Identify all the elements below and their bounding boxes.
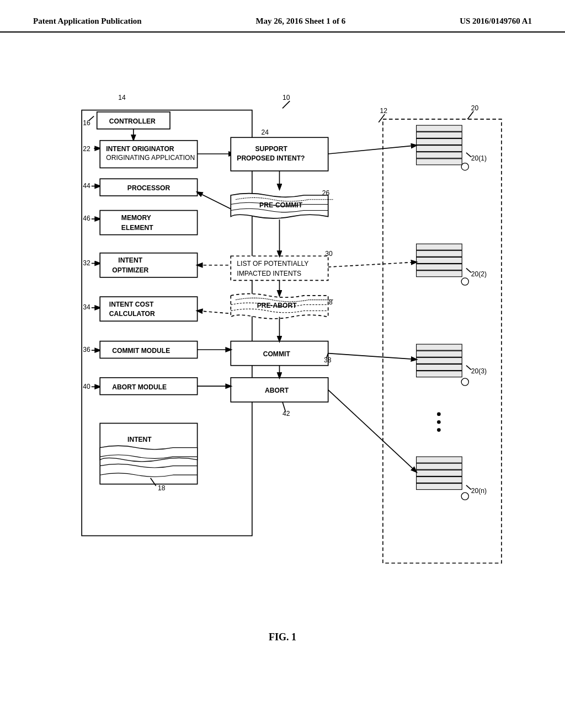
element-label: ELEMENT: [121, 224, 153, 232]
bottom-area: [0, 676, 565, 728]
svg-rect-54: [417, 271, 462, 277]
header-right: US 2016/0149760 A1: [460, 17, 532, 26]
abort-mod-label: ABORT MODULE: [112, 383, 167, 391]
svg-rect-50: [417, 244, 462, 250]
num-22: 22: [83, 145, 90, 153]
svg-rect-67: [417, 457, 462, 463]
svg-rect-44: [417, 138, 462, 144]
intent-opt-label: INTENT: [118, 256, 142, 264]
num-44: 44: [83, 182, 90, 190]
orig-app-label: ORIGINATING APPLICATION: [106, 154, 195, 162]
svg-point-72: [461, 493, 468, 500]
list-label: LIST OF POTENTIALLY: [237, 260, 308, 267]
svg-point-62: [461, 378, 468, 386]
commit-mod-label: COMMIT MODULE: [112, 347, 170, 355]
num-38: 38: [324, 356, 332, 364]
svg-rect-40: [383, 119, 502, 563]
svg-rect-42: [417, 125, 462, 131]
main-content: text { font-family: Arial, Helvetica, sa…: [0, 33, 565, 676]
svg-point-63: [437, 413, 441, 416]
num-24: 24: [261, 129, 269, 136]
precommit-label: PRE-COMMIT: [259, 201, 303, 209]
figure-container: text { font-family: Arial, Helvetica, sa…: [45, 77, 520, 643]
num-12: 12: [380, 107, 387, 115]
num-14: 14: [118, 94, 126, 101]
svg-line-0: [282, 101, 290, 108]
svg-rect-52: [417, 257, 462, 263]
num-20-3: 20(3): [471, 367, 487, 375]
svg-rect-59: [417, 357, 462, 363]
svg-rect-47: [417, 159, 462, 165]
svg-line-39: [467, 111, 473, 119]
svg-rect-68: [417, 463, 462, 469]
num-20-1: 20(1): [471, 154, 487, 162]
num-18: 18: [158, 484, 166, 492]
svg-point-65: [437, 428, 441, 432]
abort-label: ABORT: [265, 387, 289, 394]
processor-label: PROCESSOR: [127, 184, 170, 192]
svg-point-64: [437, 420, 441, 424]
svg-point-48: [461, 163, 468, 170]
svg-rect-51: [417, 250, 462, 256]
svg-rect-60: [417, 365, 462, 371]
svg-rect-43: [417, 132, 462, 138]
num-42: 42: [282, 410, 290, 417]
intent-orig-label: INTENT ORIGINATOR: [106, 145, 174, 153]
num-20: 20: [471, 104, 479, 112]
num-20-n: 20(n): [471, 487, 487, 495]
svg-rect-71: [417, 484, 462, 490]
svg-rect-70: [417, 477, 462, 483]
optimizer-label: OPTIMIZER: [112, 266, 148, 274]
num-10: 10: [282, 94, 290, 101]
support-label: SUPPORT: [255, 145, 287, 153]
intent-bottom-label: INTENT: [127, 436, 152, 443]
svg-rect-57: [417, 344, 462, 350]
svg-point-55: [461, 278, 468, 285]
commit-label: COMMIT: [263, 350, 291, 358]
memory-label: MEMORY: [121, 214, 151, 222]
fig-label: FIG. 1: [45, 631, 520, 643]
svg-rect-58: [417, 351, 462, 357]
num-20-2: 20(2): [471, 270, 487, 278]
calculator-label: CALCULATOR: [109, 310, 155, 318]
svg-rect-46: [417, 152, 462, 158]
preabort-label: PRE-ABORT: [257, 302, 297, 309]
controller-label: CONTROLLER: [109, 117, 156, 125]
num-46: 46: [83, 215, 90, 222]
num-36: 36: [83, 346, 90, 354]
intent-cost-label: INTENT COST: [109, 301, 154, 308]
svg-rect-53: [417, 264, 462, 270]
header-center: May 26, 2016 Sheet 1 of 6: [255, 17, 345, 26]
diagram-svg: text { font-family: Arial, Helvetica, sa…: [45, 77, 520, 624]
num-32: 32: [83, 259, 90, 267]
patent-header: Patent Application Publication May 26, 2…: [0, 0, 565, 33]
impacted-label: IMPACTED INTENTS: [237, 270, 301, 277]
svg-rect-61: [417, 371, 462, 377]
header-left: Patent Application Publication: [33, 17, 142, 26]
proposed-label: PROPOSED INTENT?: [237, 154, 305, 162]
svg-rect-69: [417, 470, 462, 476]
num-40: 40: [83, 383, 90, 390]
svg-rect-45: [417, 146, 462, 152]
num-34: 34: [83, 303, 90, 311]
